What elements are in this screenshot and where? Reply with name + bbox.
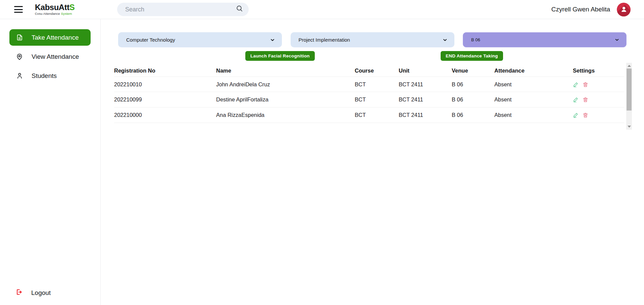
cell-name: Destine AprilFortaliza xyxy=(216,96,355,103)
cell-name: John AndreiDela Cruz xyxy=(216,81,355,88)
sidebar-item-students[interactable]: Students xyxy=(9,68,91,84)
main-content: Computer Technology Project Implementati… xyxy=(101,19,644,305)
cell-registration-no: 202210099 xyxy=(114,96,216,103)
attendance-table: Registration No Name Course Unit Venue A… xyxy=(114,64,624,123)
person-icon xyxy=(15,72,23,79)
user-name: Czyrell Gwen Abelita xyxy=(551,6,610,13)
venue-select[interactable]: B 06 xyxy=(463,32,627,47)
cell-venue: B 06 xyxy=(452,112,494,118)
subject-select[interactable]: Project Implementation xyxy=(291,32,454,47)
cell-venue: B 06 xyxy=(452,81,494,88)
map-pin-icon xyxy=(15,53,23,60)
scrollbar-thumb[interactable] xyxy=(627,69,632,111)
edit-button[interactable] xyxy=(573,112,579,118)
cell-registration-no: 202210010 xyxy=(114,81,216,88)
action-buttons-row: Launch Facial Recognition END Attendance… xyxy=(101,51,644,61)
sidebar: Take Attendance View Attendance Students xyxy=(0,19,101,305)
user-avatar[interactable] xyxy=(617,3,631,16)
cell-registration-no: 202210000 xyxy=(114,112,216,118)
cell-venue: B 06 xyxy=(452,96,494,103)
chevron-down-icon xyxy=(270,37,275,43)
cell-unit: BCT 2411 xyxy=(399,96,452,103)
logo-subtitle: Cvsu Attendance xyxy=(35,12,60,15)
cell-name: Ana RizzaEspenida xyxy=(216,112,355,118)
document-icon xyxy=(15,34,23,41)
hamburger-menu-icon[interactable] xyxy=(14,6,23,13)
department-select-value: Computer Technology xyxy=(126,37,175,43)
column-header-course: Course xyxy=(355,68,399,74)
search-input[interactable] xyxy=(125,6,236,13)
delete-button[interactable] xyxy=(583,82,588,87)
filter-row: Computer Technology Project Implementati… xyxy=(101,32,644,47)
table-row: 202210099 Destine AprilFortaliza BCT BCT… xyxy=(114,92,624,107)
venue-select-value: B 06 xyxy=(471,37,480,42)
edit-button[interactable] xyxy=(573,82,579,87)
table-row: 202210010 John AndreiDela Cruz BCT BCT 2… xyxy=(114,77,624,92)
sidebar-item-take-attendance[interactable]: Take Attendance xyxy=(9,29,91,46)
end-attendance-taking-button[interactable]: END Attendance Taking xyxy=(441,51,503,61)
top-header: KabsuAttS Cvsu AttendanceSystem Czyrell … xyxy=(0,0,644,19)
app-logo: KabsuAttS Cvsu AttendanceSystem xyxy=(35,3,75,15)
sidebar-item-label: Take Attendance xyxy=(32,34,79,41)
cell-unit: BCT 2411 xyxy=(399,112,452,118)
column-header-registration-no: Registration No xyxy=(114,68,216,74)
logout-button[interactable]: Logout xyxy=(15,286,51,300)
sidebar-item-label: Students xyxy=(32,72,57,80)
brand-text: KabsuAtt xyxy=(35,3,69,12)
launch-facial-recognition-button[interactable]: Launch Facial Recognition xyxy=(245,51,315,61)
chevron-down-icon xyxy=(614,37,620,42)
column-header-settings: Settings xyxy=(573,68,624,74)
logout-icon xyxy=(15,289,22,297)
delete-button[interactable] xyxy=(583,97,588,102)
cell-attendance: Absent xyxy=(494,81,573,88)
logout-label: Logout xyxy=(31,289,51,297)
search-icon[interactable] xyxy=(236,5,243,14)
cell-course: BCT xyxy=(355,112,399,118)
cell-attendance: Absent xyxy=(494,112,573,118)
column-header-venue: Venue xyxy=(452,68,494,74)
chevron-down-icon xyxy=(442,37,448,43)
column-header-unit: Unit xyxy=(399,68,452,74)
subject-select-value: Project Implementation xyxy=(299,37,350,43)
cell-attendance: Absent xyxy=(494,96,573,103)
table-row: 202210000 Ana RizzaEspenida BCT BCT 2411… xyxy=(114,107,624,123)
scroll-down-arrow-icon[interactable] xyxy=(628,126,631,128)
cell-unit: BCT 2411 xyxy=(399,81,452,88)
sidebar-item-label: View Attendance xyxy=(32,53,79,60)
sidebar-item-view-attendance[interactable]: View Attendance xyxy=(9,48,91,65)
edit-button[interactable] xyxy=(573,97,579,102)
table-header-row: Registration No Name Course Unit Venue A… xyxy=(114,64,624,77)
department-select[interactable]: Computer Technology xyxy=(118,32,282,47)
table-scrollbar[interactable] xyxy=(626,63,632,130)
search-bar[interactable] xyxy=(117,3,249,16)
column-header-attendance: Attendance xyxy=(494,68,573,74)
logo-subtitle-accent: System xyxy=(61,12,72,15)
column-header-name: Name xyxy=(216,68,355,74)
scroll-up-arrow-icon[interactable] xyxy=(628,65,631,67)
delete-button[interactable] xyxy=(583,112,588,118)
cell-course: BCT xyxy=(355,81,399,88)
brand-accent-text: S xyxy=(69,3,75,12)
cell-course: BCT xyxy=(355,96,399,103)
